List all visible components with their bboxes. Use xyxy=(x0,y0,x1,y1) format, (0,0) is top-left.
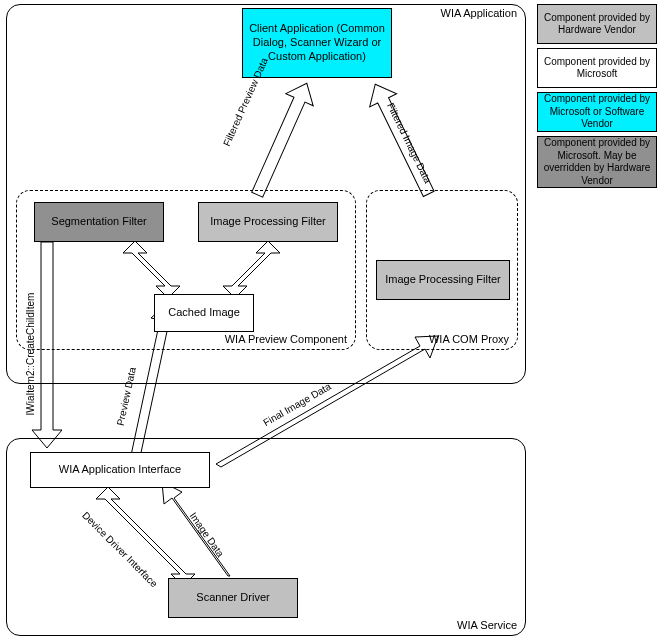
region-label-wia-preview: WIA Preview Component xyxy=(225,333,347,345)
legend: Component provided by Hardware Vendor Co… xyxy=(537,4,657,192)
legend-ms-or-sw-vendor: Component provided by Microsoft or Softw… xyxy=(537,92,657,132)
region-label-wia-application: WIA Application xyxy=(441,7,517,19)
label-create-child-item: IWiaItem2::CreateChildItem xyxy=(25,293,36,416)
node-cached-image: Cached Image xyxy=(154,294,254,332)
node-segmentation-filter: Segmentation Filter xyxy=(34,202,164,242)
node-ipf-proxy: Image Processing Filter xyxy=(376,260,510,300)
region-label-wia-com-proxy: WIA COM Proxy xyxy=(429,333,509,345)
region-label-wia-service: WIA Service xyxy=(457,619,517,631)
node-wia-application-interface: WIA Application Interface xyxy=(30,452,210,488)
legend-hw-vendor: Component provided by Hardware Vendor xyxy=(537,4,657,44)
node-ipf-preview: Image Processing Filter xyxy=(198,202,338,242)
label-final-image-data: Final Image Data xyxy=(261,381,332,429)
legend-microsoft: Component provided by Microsoft xyxy=(537,48,657,88)
node-scanner-driver: Scanner Driver xyxy=(168,578,298,618)
legend-ms-overridable: Component provided by Microsoft. May be … xyxy=(537,136,657,188)
